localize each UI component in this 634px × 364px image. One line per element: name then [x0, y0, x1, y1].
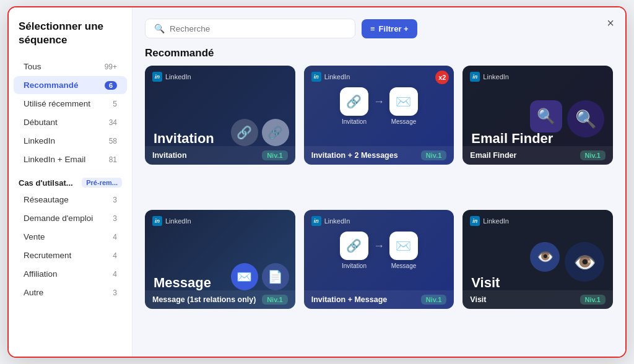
- sidebar-item-label: Affiliation: [24, 269, 58, 279]
- flow-node-icon-0: 🔗: [340, 232, 368, 260]
- sidebar-item-badge: 3: [113, 196, 117, 204]
- flow-node-label-0: Invitation: [342, 262, 367, 269]
- sidebar-item-recommandé[interactable]: Recommandé6: [14, 76, 127, 94]
- card-message[interactable]: inLinkedIn Message ✉️ 📄 Message (1st rel…: [145, 210, 295, 309]
- sidebar-item-recrutement[interactable]: Recrutement4: [14, 246, 127, 264]
- magnify-icon: 🔍: [567, 100, 604, 137]
- linkedin-icon: in: [311, 216, 321, 226]
- sidebar-item-badge: 4: [113, 270, 117, 279]
- filter-icon: ≡: [370, 24, 375, 33]
- icon-paper: 📄: [262, 263, 289, 290]
- niv-badge: Niv.1: [262, 295, 287, 305]
- sidebar-cas-label: Cas d'utilsat...: [19, 178, 73, 188]
- flow-diagram: inLinkedIn 🔗 Invitation → ✉️ Message: [304, 210, 454, 290]
- card-footer-name: Invitation: [152, 151, 187, 160]
- sidebar-item-label: Tous: [24, 62, 41, 71]
- card-invitation[interactable]: inLinkedIn Invitation 🔗 🔗 Invitation Niv…: [145, 66, 295, 165]
- flow-node-1: ✉️ Message: [389, 87, 418, 125]
- linkedin-badge: inLinkedIn: [311, 216, 350, 226]
- flow-node-label-1: Message: [391, 262, 417, 269]
- flow-node-icon-1: ✉️: [389, 232, 418, 260]
- linkedin-icon: in: [311, 72, 321, 82]
- search-icon: 🔍: [154, 24, 165, 33]
- sidebar-item-badge: 5: [113, 100, 117, 108]
- niv-badge: Niv.1: [580, 295, 606, 305]
- sidebar-item-badge: 3: [113, 288, 117, 297]
- sidebar-item-vente[interactable]: Vente4: [14, 228, 127, 246]
- search-icon-card: 🔍: [530, 100, 562, 132]
- card-footer-name: Invitation + 2 Messages: [311, 151, 398, 160]
- main-header: 🔍 ≡ Filtrer +: [132, 7, 625, 45]
- sidebar-item-badge: 4: [113, 233, 117, 241]
- sidebar-title: Sélectionner une séquence: [9, 20, 132, 57]
- visit-icons: 👁️ 👁️: [530, 242, 604, 282]
- flow-node-icon-0: 🔗: [340, 87, 368, 116]
- sidebar-item-label: Utilisé récemment: [24, 99, 90, 108]
- card-invitation-message[interactable]: inLinkedIn 🔗 Invitation → ✉️ Message: [304, 210, 454, 309]
- sidebar-cas-section: Cas d'utilsat... Pré-rem...: [9, 169, 132, 190]
- search-input[interactable]: [170, 24, 346, 33]
- visit-icon-lg: 👁️: [565, 242, 604, 282]
- sidebar-item-label: Recrutement: [24, 251, 71, 260]
- sidebar-item-badge: 6: [105, 81, 117, 90]
- sidebar-item-label: Recommandé: [24, 80, 79, 90]
- flow-node-label-0: Invitation: [342, 118, 367, 125]
- linkedin-badge: inLinkedIn: [152, 216, 191, 226]
- card-footer: Invitation Niv.1: [145, 146, 295, 165]
- icon-msg: ✉️: [231, 263, 258, 290]
- sidebar-item-utilisé-récemment[interactable]: Utilisé récemment5: [14, 95, 127, 113]
- flow-node-0: 🔗 Invitation: [340, 87, 368, 125]
- linkedin-badge: inLinkedIn: [152, 72, 191, 82]
- sidebar-item-label: Demande d'emploi: [24, 214, 93, 223]
- sidebar-item-label: Débutant: [24, 118, 58, 127]
- sidebar-item-label: Réseautage: [24, 195, 69, 204]
- card-inner: inLinkedIn Email Finder 🔍 🔍: [462, 66, 613, 146]
- sidebar-item-réseautage[interactable]: Réseautage3: [14, 191, 127, 209]
- sidebar-item-label: Autre: [24, 288, 43, 297]
- sidebar-item-badge: 34: [109, 118, 117, 127]
- sidebar-item-badge: 3: [113, 214, 117, 223]
- sidebar-item-tous[interactable]: Tous99+: [14, 58, 127, 76]
- card-footer-name: Email Finder: [470, 151, 516, 160]
- card-title: Message: [154, 275, 211, 290]
- card-visit[interactable]: inLinkedIn Visit 👁️ 👁️ Visit Niv.1: [462, 210, 613, 309]
- cards-grid: inLinkedIn Invitation 🔗 🔗 Invitation Niv…: [132, 66, 625, 357]
- card-inner: inLinkedIn Invitation 🔗 🔗: [145, 66, 295, 146]
- close-button[interactable]: ×: [607, 16, 614, 30]
- sidebar-item-linkedin[interactable]: LinkedIn58: [14, 132, 127, 150]
- sidebar-item-débutant[interactable]: Débutant34: [14, 113, 127, 131]
- flow-diagram: inLinkedIn x2 🔗 Invitation → ✉️ Message: [304, 66, 454, 146]
- sidebar-item-demande-d'emploi[interactable]: Demande d'emploi3: [14, 209, 127, 227]
- niv-badge: Niv.1: [262, 150, 287, 160]
- flow-arrow: →: [373, 95, 384, 108]
- card-footer: Invitation + Message Niv.1: [304, 290, 454, 309]
- linkedin-badge: inLinkedIn: [470, 72, 509, 82]
- visit-icon: 👁️: [530, 242, 560, 272]
- sidebar-item-label: LinkedIn + Email: [24, 155, 85, 164]
- card-title: Invitation: [154, 131, 214, 146]
- flow-node-label-1: Message: [391, 118, 417, 125]
- linkedin-icon: in: [152, 72, 162, 82]
- card-icons-area: ✉️ 📄: [231, 263, 289, 290]
- linkedin-badge: inLinkedIn: [311, 72, 350, 82]
- sidebar: Sélectionner une séquence Tous99+Recomma…: [9, 7, 132, 357]
- filter-button[interactable]: ≡ Filtrer +: [362, 19, 417, 38]
- niv-badge: Niv.1: [421, 150, 446, 160]
- card-inner: inLinkedIn Message ✉️ 📄: [145, 210, 295, 290]
- linkedin-badge: inLinkedIn: [470, 216, 509, 226]
- sidebar-item-label: Vente: [24, 232, 45, 241]
- card-invitation-2-messages[interactable]: inLinkedIn x2 🔗 Invitation → ✉️ Message: [304, 66, 454, 165]
- linkedin-icon: in: [470, 216, 480, 226]
- sidebar-item-autre[interactable]: Autre3: [14, 284, 127, 301]
- sidebar-item-linkedin-+-email[interactable]: LinkedIn + Email81: [14, 150, 127, 168]
- sidebar-item-badge: 99+: [105, 63, 117, 71]
- card-email-finder[interactable]: inLinkedIn Email Finder 🔍 🔍 Email Finder…: [462, 66, 613, 165]
- card-footer-name: Visit: [470, 295, 486, 304]
- x2-badge: x2: [435, 71, 449, 84]
- card-footer: Invitation + 2 Messages Niv.1: [304, 146, 454, 165]
- section-label: Recommandé: [132, 45, 625, 66]
- card-title: Visit: [471, 275, 500, 290]
- sidebar-item-affiliation[interactable]: Affiliation4: [14, 265, 127, 283]
- icon-chain: 🔗: [231, 119, 258, 146]
- sidebar-cas-pre-label: Pré-rem...: [82, 178, 122, 188]
